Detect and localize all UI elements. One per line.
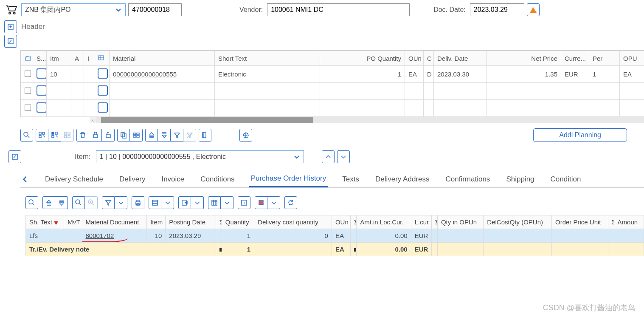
filter-button[interactable] <box>102 196 115 209</box>
col-config-header[interactable] <box>21 51 33 66</box>
col-itm[interactable]: Itm <box>47 51 71 66</box>
list-button[interactable] <box>149 196 161 209</box>
col-deliv[interactable]: Deliv. Date <box>434 51 487 66</box>
table-row[interactable] <box>21 83 644 100</box>
col-dcq[interactable]: Delivery cost quantity <box>254 215 332 229</box>
export-button[interactable] <box>178 196 191 209</box>
scroll-thumb[interactable] <box>101 117 313 123</box>
puzzle-button[interactable] <box>255 196 267 209</box>
balance-button[interactable] <box>239 129 252 142</box>
row-mat-status-box[interactable] <box>98 68 108 79</box>
col-sigma-amt[interactable]: Σ <box>351 215 357 229</box>
col-item[interactable]: Item <box>147 215 166 229</box>
col-short-text[interactable]: Short Text <box>215 51 320 66</box>
col-curr[interactable]: Curre... <box>561 51 589 66</box>
material-link[interactable]: 000000000000000555 <box>113 71 177 78</box>
tab-delivery[interactable]: Delivery <box>118 172 147 187</box>
tab-shipping[interactable]: Shipping <box>504 172 536 187</box>
expand-header-button[interactable] <box>4 20 17 33</box>
table-row[interactable] <box>21 100 644 117</box>
col-amt[interactable]: Amt.in Loc.Cur. <box>357 215 411 229</box>
col-mvt[interactable]: MvT <box>64 215 82 229</box>
filter-menu-button[interactable] <box>115 196 127 209</box>
filter-button[interactable] <box>171 129 183 142</box>
row-status-box[interactable] <box>37 68 47 79</box>
col-amount[interactable]: Amoun <box>614 215 644 229</box>
select-all-button[interactable] <box>36 129 48 142</box>
list-menu-button[interactable] <box>161 196 174 209</box>
col-i[interactable]: I <box>84 51 94 66</box>
col-matdoc[interactable]: Material Document <box>82 215 147 229</box>
info-button[interactable] <box>238 196 250 209</box>
tab-condition-control[interactable]: Condition <box>549 172 583 187</box>
layout-button[interactable] <box>208 196 221 209</box>
addl-planning-button[interactable]: Addl Planning <box>533 128 627 142</box>
col-delcost[interactable]: DelCostQty (OPUn) <box>484 215 552 229</box>
unlock-button[interactable] <box>102 129 115 142</box>
puzzle-menu-button[interactable] <box>267 196 280 209</box>
doc-date-input[interactable] <box>470 3 524 16</box>
hist-row[interactable]: Lfs 80001702 10 2023.03.29 1 0 EA 0.00 E… <box>26 229 644 243</box>
col-opu[interactable]: OPU <box>620 51 644 66</box>
col-qopun[interactable]: Qty in OPUn <box>437 215 483 229</box>
row-status-box[interactable] <box>37 85 47 96</box>
tab-texts[interactable]: Texts <box>340 172 361 187</box>
col-posting[interactable]: Posting Date <box>166 215 216 229</box>
row-checkbox[interactable] <box>25 105 31 111</box>
tab-invoice[interactable]: Invoice <box>160 172 186 187</box>
col-opunit[interactable]: Order Price Unit <box>551 215 608 229</box>
find-button[interactable] <box>72 196 85 209</box>
doc-date-alert-button[interactable] <box>527 3 540 16</box>
col-c[interactable]: C <box>424 51 434 66</box>
row-checkbox[interactable] <box>25 88 31 94</box>
tab-conditions[interactable]: Conditions <box>199 172 236 187</box>
tab-po-history[interactable]: Purchase Order History <box>249 171 328 187</box>
hist-details-button[interactable] <box>25 196 38 209</box>
lock-button[interactable] <box>89 129 102 142</box>
layout-menu-button[interactable] <box>221 196 233 209</box>
row-mat-status-box[interactable] <box>98 85 108 96</box>
col-a[interactable]: A <box>71 51 84 66</box>
collapse-item-detail-button[interactable] <box>8 150 21 163</box>
col-sh-text[interactable]: Sh. Text <box>26 215 64 229</box>
po-number-input[interactable] <box>128 3 182 16</box>
scroll-left-icon[interactable]: ‹ <box>90 117 96 123</box>
col-sigma-qopun[interactable]: Σ <box>431 215 437 229</box>
col-status[interactable]: S... <box>33 51 47 66</box>
sort-asc-button[interactable] <box>145 129 158 142</box>
tab-confirmations[interactable]: Confirmations <box>444 172 492 187</box>
delete-button[interactable] <box>76 129 89 142</box>
order-type-dropdown[interactable]: ZNB 集团内PO <box>21 3 126 16</box>
refresh-button[interactable] <box>284 196 297 209</box>
collapse-header-button[interactable] <box>4 35 17 48</box>
col-sigma-amount[interactable]: Σ <box>608 215 614 229</box>
col-per[interactable]: Per <box>589 51 620 66</box>
copy-button[interactable] <box>117 129 130 142</box>
print-button[interactable] <box>132 196 144 209</box>
matdoc-link[interactable]: 80001702 <box>86 232 114 239</box>
prev-item-button[interactable] <box>322 150 335 163</box>
col-net[interactable]: Net Price <box>487 51 561 66</box>
col-sigma-qty[interactable]: Σ <box>216 215 222 229</box>
row-checkbox[interactable] <box>25 71 31 77</box>
tabs-scroll-left-icon[interactable] <box>20 175 29 184</box>
row-mat-status-box[interactable] <box>98 102 108 113</box>
vendor-input[interactable] <box>267 3 410 16</box>
tab-delivery-address[interactable]: Delivery Address <box>374 172 431 187</box>
col-oun[interactable]: OUn <box>405 51 424 66</box>
export-menu-button[interactable] <box>191 196 204 209</box>
layout-button[interactable] <box>199 129 211 142</box>
sort-asc-button[interactable] <box>42 196 55 209</box>
col-po-qty[interactable]: PO Quantity <box>320 51 405 66</box>
deselect-all-button[interactable] <box>48 129 61 142</box>
tab-delivery-schedule[interactable]: Delivery Schedule <box>43 172 105 187</box>
hscroll[interactable]: ‹ <box>20 117 644 123</box>
next-item-button[interactable] <box>337 150 350 163</box>
scroll-track[interactable] <box>96 117 644 123</box>
col-oun[interactable]: OUn <box>332 215 350 229</box>
col-material-status[interactable] <box>94 51 110 66</box>
sort-desc-button[interactable] <box>158 129 171 142</box>
item-dropdown[interactable]: 1 [ 10 ] 000000000000000555 , Electronic <box>96 150 304 163</box>
details-button[interactable] <box>20 129 33 142</box>
col-lcur[interactable]: L.cur <box>411 215 431 229</box>
